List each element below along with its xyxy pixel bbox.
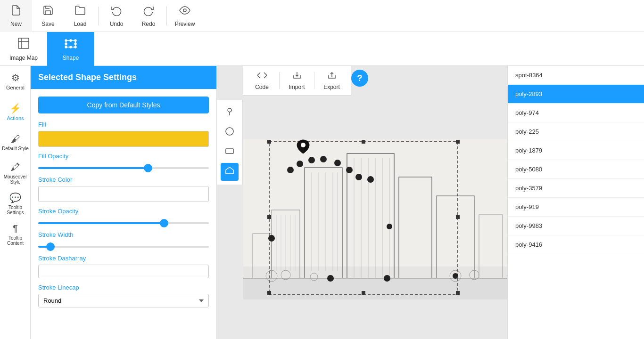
poly-tool-button[interactable] (221, 163, 239, 181)
copy-from-default-button[interactable]: Copy from Default Styles (38, 97, 209, 113)
stroke-color-swatch[interactable] (38, 186, 209, 202)
right-panel-item-label: poly-919 (515, 203, 539, 210)
right-panel-item-poly-9416[interactable]: poly-9416 (508, 235, 644, 254)
svg-point-5 (65, 46, 67, 48)
right-panel-item-label: poly-3579 (515, 185, 542, 192)
redo-button[interactable]: Redo (132, 0, 165, 32)
canvas-tools (217, 100, 243, 185)
undo-icon (111, 5, 122, 19)
svg-rect-54 (267, 291, 271, 295)
svg-rect-1 (18, 38, 29, 48)
general-icon: ⚙ (11, 72, 20, 83)
stroke-dasharray-input[interactable]: 10 10 (38, 265, 209, 278)
svg-point-70 (301, 143, 305, 147)
preview-button[interactable]: Preview (169, 0, 201, 32)
fill-label: Fill (38, 121, 209, 128)
svg-rect-52 (267, 215, 271, 219)
svg-point-57 (287, 167, 294, 173)
right-panel-item-poly-1879[interactable]: poly-1879 (508, 141, 644, 160)
load-icon (74, 5, 86, 19)
pin-tool-icon (225, 107, 234, 119)
right-panel-item-poly-5080[interactable]: poly-5080 (508, 160, 644, 179)
tooltip-content-icon: ¶ (13, 223, 18, 234)
svg-rect-49 (267, 140, 271, 144)
general-label: General (6, 85, 25, 90)
fill-opacity-slider[interactable] (38, 167, 209, 169)
help-button[interactable]: ? (351, 70, 368, 87)
canvas-image-container (243, 139, 507, 299)
right-panel-item-label: poly-5080 (515, 166, 542, 173)
svg-rect-41 (243, 278, 507, 299)
svg-point-58 (297, 161, 303, 167)
shape-mode-button[interactable]: Shape (47, 32, 94, 66)
actions-icon: ⚡ (9, 103, 21, 114)
settings-title: Selected Shape Settings (38, 73, 137, 82)
export-label: Export (323, 84, 340, 90)
right-panel: spot-8364 poly-2893 poly-974 poly-225 po… (507, 66, 644, 339)
sidebar-mouseover-style-button[interactable]: 🖍 Mouseover Style (0, 158, 31, 188)
svg-point-67 (327, 275, 334, 282)
new-button[interactable]: New (0, 0, 32, 32)
canvas-image-area[interactable] (243, 100, 507, 339)
tooltip-settings-label: Tooltip Settings (2, 205, 29, 215)
undo-button[interactable]: Undo (100, 0, 132, 32)
svg-point-63 (355, 174, 362, 180)
right-panel-item-poly-2893[interactable]: poly-2893 (508, 85, 644, 104)
image-map-mode-button[interactable]: Image Map (0, 32, 47, 66)
canvas-area: ? Code I (217, 66, 507, 339)
stroke-width-slider[interactable] (38, 246, 209, 248)
stroke-opacity-slider[interactable] (38, 222, 209, 224)
svg-point-4 (74, 40, 76, 41)
actions-label: Actions (7, 115, 24, 121)
right-panel-item-poly-919[interactable]: poly-919 (508, 198, 644, 217)
svg-point-9 (65, 43, 67, 45)
sidebar-default-style-button[interactable]: 🖌 Default Style (0, 127, 31, 158)
save-button[interactable]: Save (32, 0, 64, 32)
fill-color-swatch[interactable] (38, 131, 209, 147)
svg-point-8 (70, 46, 72, 48)
right-panel-item-poly-225[interactable]: poly-225 (508, 122, 644, 141)
undo-label: Undo (110, 21, 124, 27)
code-button[interactable]: Code (247, 68, 277, 93)
svg-point-64 (367, 176, 374, 183)
sidebar-general-button[interactable]: ⚙ General (0, 66, 31, 97)
svg-rect-14 (226, 149, 233, 153)
svg-point-7 (70, 40, 72, 41)
right-panel-item-poly-9983[interactable]: poly-9983 (508, 217, 644, 235)
svg-point-6 (74, 46, 76, 48)
redo-label: Redo (142, 21, 156, 27)
circle-tool-button[interactable] (221, 123, 239, 141)
right-panel-item-poly-974[interactable]: poly-974 (508, 104, 644, 122)
tooltip-content-label: Tooltip Content (2, 235, 29, 246)
sketch-svg (243, 139, 507, 299)
settings-content: Copy from Default Styles Fill Fill Opaci… (31, 89, 216, 339)
pin-tool-button[interactable] (221, 104, 239, 121)
rect-tool-button[interactable] (221, 143, 239, 161)
svg-point-13 (226, 128, 233, 135)
svg-point-10 (74, 43, 76, 45)
sidebar-tooltip-settings-button[interactable]: 💬 Tooltip Settings (0, 188, 31, 219)
image-map-icon (17, 37, 30, 53)
toolbar-divider-2 (166, 7, 167, 25)
right-panel-item-spot-8364[interactable]: spot-8364 (508, 66, 644, 85)
canvas-divider-2 (314, 72, 314, 89)
load-button[interactable]: Load (64, 0, 96, 32)
image-map-label: Image Map (9, 55, 38, 61)
right-panel-item-poly-3579[interactable]: poly-3579 (508, 179, 644, 198)
sidebar-actions-button[interactable]: ⚡ Actions (0, 97, 31, 127)
tooltip-settings-icon: 💬 (9, 192, 21, 203)
new-label: New (10, 21, 22, 27)
sidebar-tooltip-content-button[interactable]: ¶ Tooltip Content (0, 219, 31, 250)
import-button[interactable]: Import (281, 68, 312, 93)
svg-point-3 (65, 40, 67, 41)
top-toolbar: New Save Load Undo (0, 0, 644, 32)
redo-icon (143, 5, 154, 19)
canvas-top-bar: Code Import (243, 66, 351, 96)
svg-rect-53 (456, 215, 460, 219)
stroke-dasharray-label: Stroke Dasharray (38, 255, 209, 262)
settings-header: Selected Shape Settings (31, 66, 216, 89)
right-panel-item-label: poly-974 (515, 109, 539, 116)
export-button[interactable]: Export (316, 68, 347, 93)
fill-opacity-slider-container (38, 163, 209, 170)
stroke-linecap-select[interactable]: Butt Round Square (38, 294, 209, 307)
